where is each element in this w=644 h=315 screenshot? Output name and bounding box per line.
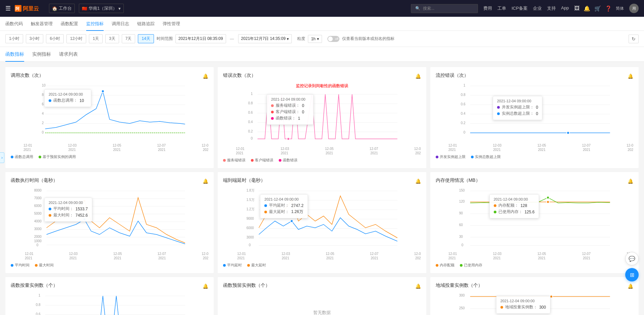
chart-title-invocations: 调用次数（次） [11, 72, 44, 78]
language-label[interactable]: 简体 [616, 6, 624, 11]
legend-label-avg-latency: 平均延时 [227, 263, 242, 268]
chat-float-button[interactable]: 💬 [625, 252, 639, 265]
time-btn-3d[interactable]: 3天 [105, 34, 119, 43]
tab-request-list[interactable]: 请求列表 [59, 47, 78, 62]
chart-area-errors: 1 0.8 0.6 0.4 0.2 0 [223, 91, 421, 146]
tooltip-label-0: 函数总调用： [53, 98, 77, 103]
sidebar-toggle[interactable]: › [0, 152, 4, 163]
nav-link-app[interactable]: App [561, 5, 569, 11]
tab-instance-metrics[interactable]: 实例指标 [32, 47, 51, 62]
time-btn-7d[interactable]: 7天 [122, 34, 136, 43]
nav-item-monitor[interactable]: 监控指标 [86, 17, 104, 31]
region-label: 华南1（深圳） [89, 5, 117, 11]
time-btn-6h[interactable]: 6小时 [46, 34, 64, 43]
nav-link-enterprise[interactable]: 企业 [533, 5, 542, 11]
time-btn-1d[interactable]: 1天 [89, 34, 103, 43]
bell-icon-invocations[interactable]: 🔔 [203, 73, 208, 79]
x-year-throttle: 2021202120212021202 [436, 148, 633, 152]
refresh-button[interactable]: ↻ [629, 35, 639, 43]
bell-icon-exec-time[interactable]: 🔔 [203, 178, 208, 184]
x-axis-exec-time: 12-0112-0312-0512-0712-0 [11, 251, 208, 256]
nav-item-function-config[interactable]: 函数配置 [61, 17, 78, 31]
nav-links: 费用 工单 ICP备案 企业 支持 App [483, 5, 569, 11]
tooltip-exec-row-1: 最大时间： 7452.6 [49, 212, 88, 218]
aliyun-logo[interactable]: 阿 阿里云 [15, 4, 45, 13]
toggle-control[interactable]: off [327, 36, 339, 42]
time-range-start[interactable]: 2021年12月1日 08:35:09 [175, 34, 226, 43]
time-range-end[interactable]: 2021年12月7日 14:35:09 ▾ [238, 34, 292, 43]
time-btn-3h[interactable]: 3小时 [26, 34, 44, 43]
svg-text:1000: 1000 [34, 239, 42, 243]
nav-item-function-code[interactable]: 函数代码 [5, 17, 23, 31]
time-btn-12h[interactable]: 12小时 [66, 34, 86, 43]
help-icon[interactable]: ❓ [605, 5, 612, 12]
chart-header-invocations: 调用次数（次） 🔔 [11, 72, 208, 80]
x-year-e2e: 2021202120212021202 [223, 256, 421, 260]
nav-link-support[interactable]: 支持 [547, 5, 556, 11]
hamburger-icon[interactable]: ☰ [5, 5, 11, 12]
search-box[interactable]: 🔍 搜索... [411, 4, 478, 13]
toggle-switch[interactable]: off [327, 36, 339, 42]
svg-text:10: 10 [42, 84, 46, 87]
legend-errors: 服务端错误 客户端错误 函数错误 [223, 158, 421, 163]
tooltip-errors-label-0: 服务端错误： [276, 103, 300, 108]
bell-icon-throttle[interactable]: 🔔 [628, 73, 633, 79]
tooltip-throttle-row-0: 并发实例超上限： 0 [497, 104, 538, 110]
tooltip-exec-dot-1 [49, 214, 51, 217]
chart-header-errors: 错误次数（次） 🔔 [223, 72, 421, 80]
bell-icon-e2e[interactable]: 🔔 [415, 178, 421, 184]
legend-label-avg-time: 平均时间 [15, 263, 30, 268]
tooltip-exec-row-0: 平均时间： 1533.7 [49, 206, 88, 212]
legend-dot-avg-time [11, 264, 13, 267]
tooltip-exec-label-0: 平均时间： [53, 206, 73, 212]
svg-text:1: 1 [463, 84, 465, 87]
nav-link-icp[interactable]: ICP备案 [512, 5, 528, 11]
bell-icon[interactable]: 🔔 [584, 5, 590, 12]
tooltip-errors: 2021-12-04 09:00:00 服务端错误： 0 客户端错误： 0 函数… [267, 94, 314, 125]
chart-invocations: 调用次数（次） 🔔 10 8 6 4 2 0 [5, 67, 214, 168]
region-selector[interactable]: 🇨🇳 华南1（深圳） ▾ [79, 4, 124, 13]
bell-icon-errors[interactable]: 🔔 [415, 73, 421, 79]
x-axis-memory: 12-0112-0312-0512-0712-0 [436, 251, 633, 256]
apps-float-button[interactable]: ⊞ [625, 268, 639, 281]
svg-point-41 [567, 132, 569, 134]
bell-icon-on-demand[interactable]: 🔔 [203, 283, 208, 289]
tooltip-errors-row-2: 函数错误： 1 [271, 115, 309, 121]
tooltip-exec-dot-0 [49, 208, 51, 210]
svg-text:0.4: 0.4 [461, 112, 465, 115]
chart-area-reserved: 暂无数据 [223, 293, 421, 315]
tooltip-errors-row-0: 服务端错误： 0 [271, 103, 309, 108]
legend-item-concurrent: 并发实例超上限 [436, 154, 466, 159]
cart-icon[interactable]: 🛒 [594, 5, 601, 12]
time-range-label: 时间范围 [157, 36, 173, 42]
svg-text:0.6: 0.6 [36, 312, 41, 315]
legend-dot-total-inst [471, 156, 474, 158]
legend-dot-mem-used [460, 264, 463, 267]
image-icon[interactable]: 🖼 [574, 5, 580, 11]
nav-item-trace[interactable]: 链路追踪 [137, 17, 155, 31]
chart-regional-instances: 地域投量实例数（个） 🔔 300 250 2021-12-04 09:00:00 [430, 277, 639, 315]
nav-item-elastic[interactable]: 弹性管理 [163, 17, 180, 31]
avatar[interactable]: 用 [629, 4, 639, 13]
svg-text:0: 0 [249, 243, 251, 247]
bell-icon-memory[interactable]: 🔔 [628, 178, 633, 184]
chart-svg-on-demand: 1 0.8 0.6 [11, 293, 208, 315]
nav-item-trigger-mgmt[interactable]: 触发器管理 [31, 17, 53, 31]
legend-label-concurrent: 并发实例超上限 [440, 154, 466, 159]
workspace-selector[interactable]: 🏠 工作台 [49, 4, 75, 13]
bell-icon-reserved[interactable]: 🔔 [415, 283, 421, 289]
granularity-selector[interactable]: 1h ▾ [308, 35, 322, 43]
svg-text:30: 30 [459, 235, 463, 239]
time-btn-1h[interactable]: 1小时 [5, 34, 23, 43]
tab-function-metrics[interactable]: 函数指标 [5, 47, 24, 62]
tooltip-e2e-dot-1 [264, 211, 267, 213]
time-btn-14d[interactable]: 14天 [138, 34, 154, 43]
svg-text:6: 6 [42, 102, 44, 106]
tooltip-throttle-row-1: 实例总数超上限： 0 [497, 111, 538, 116]
legend-exec-time: 平均时间 最大时间 [11, 263, 208, 268]
chart-header-regional: 地域投量实例数（个） 🔔 [436, 282, 633, 290]
bell-icon-regional[interactable]: 🔔 [628, 283, 633, 289]
nav-link-fees[interactable]: 费用 [483, 5, 492, 11]
nav-link-ticket[interactable]: 工单 [497, 5, 506, 11]
nav-item-call-log[interactable]: 调用日志 [112, 17, 129, 31]
